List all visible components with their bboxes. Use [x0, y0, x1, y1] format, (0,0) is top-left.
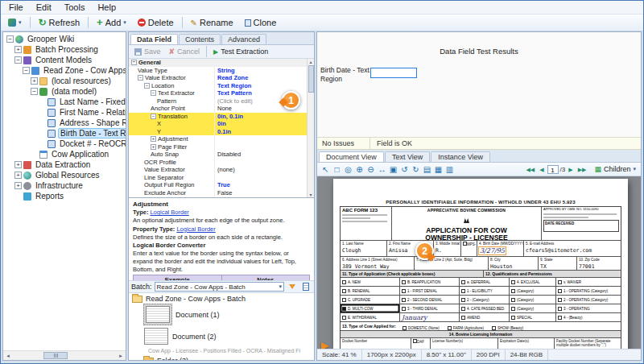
last-page-button[interactable]: ▶▶	[576, 163, 588, 176]
tree-item-cow-application[interactable]: Cow Application	[3, 149, 126, 159]
batch-item-read-zone-cow-apps-batch[interactable]: Read Zone - Cow Apps - Batch	[129, 293, 314, 304]
property-row-line-separator[interactable]: Line Separator	[129, 174, 307, 182]
property-row-x[interactable]: X0in	[129, 120, 307, 128]
children-selector[interactable]: ▦ Children ▾	[594, 165, 636, 173]
open-batch-button[interactable]	[300, 282, 312, 292]
tree-item-docket-reocr-zone[interactable]: Docket # - ReOCR Zone	[3, 139, 126, 149]
fit-page-icon[interactable]: ▣	[388, 163, 398, 176]
scrollbar-thumb[interactable]	[43, 352, 68, 359]
rotate-right-icon[interactable]: ↻	[411, 163, 421, 176]
tab-advanced[interactable]: Advanced	[221, 34, 266, 44]
property-row-output-full-region[interactable]: Output Full RegionTrue	[129, 181, 307, 189]
tree-item-data-extraction[interactable]: +Data Extraction	[3, 159, 126, 170]
document-viewport[interactable]: PERSONALLY IDENTIFIABLE INFORMATION - WI…	[317, 176, 641, 349]
previous-page-button[interactable]: ◀	[538, 163, 545, 176]
tab-contents[interactable]: Contents	[179, 34, 221, 44]
property-row-ocr-profile[interactable]: OCR Profile	[129, 159, 307, 167]
collapse-icon[interactable]: −	[138, 75, 143, 81]
batch-selector[interactable]: Read Zone - Cow Apps - Batch ▾	[155, 282, 284, 292]
pointer-icon[interactable]: ↖	[320, 163, 331, 176]
scrollbar-thumb[interactable]	[308, 65, 314, 93]
logical-border-link[interactable]: Logical Border	[150, 209, 188, 216]
tree-item-batch-processing[interactable]: +Batch Processing	[3, 44, 126, 55]
tree-item-content-models[interactable]: −Content Models	[3, 55, 126, 65]
menu-help[interactable]: Help	[91, 2, 122, 13]
collapse-icon[interactable]: −	[23, 67, 30, 74]
tree-item-address-shape-region[interactable]: Address - Shape Region	[3, 118, 126, 128]
logical-border-link[interactable]: Logical Border	[176, 225, 215, 233]
app-menu-button[interactable]: ▾	[3, 17, 27, 28]
expand-icon[interactable]: +	[14, 182, 22, 189]
property-row-value-extractor[interactable]: −Value ExtractorRead Zone	[129, 74, 307, 82]
expand-icon[interactable]: +	[14, 161, 22, 168]
expand-icon[interactable]: +	[14, 172, 22, 179]
batch-item-folder-3[interactable]: Folder (3)	[129, 355, 314, 360]
first-page-button[interactable]: ◀◀	[524, 163, 536, 176]
horizontal-scrollbar[interactable]: ◂ ▸	[3, 350, 126, 360]
batch-item-document-1[interactable]: Document (1)	[129, 304, 314, 325]
expand-icon[interactable]: +	[151, 136, 156, 142]
add-button[interactable]: + Add ▾	[92, 16, 131, 29]
batch-item-document-2[interactable]: Document (2)	[129, 325, 314, 347]
property-row-y[interactable]: Y0.1in	[129, 128, 307, 136]
tree-item-first-name-relative-region[interactable]: First Name - Relative Region	[3, 107, 126, 118]
tree-item-read-zone-cow-apps-content-mo[interactable]: −Read Zone - Cow Apps - Content Mo	[3, 65, 126, 76]
collapse-icon[interactable]: −	[131, 60, 137, 65]
property-row-value-type[interactable]: Value TypeString	[129, 67, 307, 75]
collapse-icon[interactable]: −	[31, 88, 38, 95]
property-row-exclude-anchor[interactable]: Exclude AnchorFalse	[129, 189, 307, 197]
annotations-icon[interactable]: ▥	[444, 163, 455, 176]
save-button[interactable]: Save	[131, 48, 164, 56]
delete-button[interactable]: Delete	[133, 16, 179, 29]
menu-tools[interactable]: Tools	[58, 2, 92, 13]
rotate-left-icon[interactable]: ↺	[399, 163, 410, 176]
expand-icon[interactable]: +	[14, 46, 22, 53]
magnifier-icon[interactable]: ◎	[343, 163, 353, 176]
tab-data-field[interactable]: Data Field	[130, 34, 178, 44]
clone-button[interactable]: Clone	[240, 16, 282, 29]
scale-control[interactable]: Scale: 41 %	[317, 350, 362, 360]
birth-date-field-input[interactable]	[370, 68, 417, 78]
test-extraction-button[interactable]: ▶ Test Extraction	[210, 48, 271, 56]
tree-item-reports[interactable]: Reports	[3, 191, 126, 201]
zoom-out-icon[interactable]: ⊖	[365, 163, 376, 176]
collapse-icon[interactable]: −	[14, 56, 22, 64]
tree-item-data-model[interactable]: −(data model)	[3, 86, 126, 97]
collapse-icon[interactable]: −	[151, 90, 156, 96]
property-row-page-filter[interactable]: +Page Filter	[129, 143, 307, 151]
property-row-translation[interactable]: −Translation0in, 0.1in	[129, 113, 307, 121]
fit-width-icon[interactable]: ↔	[377, 163, 387, 176]
ruler-icon[interactable]: ▤	[422, 163, 432, 176]
property-row-general[interactable]: −General	[129, 59, 307, 67]
tab-text-view[interactable]: Text View	[385, 151, 430, 162]
menu-edit[interactable]: Edit	[30, 2, 58, 13]
scrollbar-track[interactable]	[13, 351, 116, 360]
next-page-button[interactable]: ▶	[567, 163, 574, 176]
tab-document-view[interactable]: Document View	[319, 151, 384, 162]
property-row-location[interactable]: −LocationText Region	[129, 82, 307, 90]
expand-icon[interactable]: +	[151, 144, 156, 150]
vertical-scrollbar[interactable]: ▴ ▾	[307, 59, 314, 197]
thumbnails-icon[interactable]: ▦	[433, 163, 444, 176]
refresh-button[interactable]: ↻ Refresh	[34, 16, 85, 29]
tree-item-birth-date-text-region[interactable]: Birth Date - Text Region	[3, 128, 126, 139]
collapse-icon[interactable]: −	[6, 35, 14, 43]
document-thumbnail[interactable]	[143, 327, 169, 345]
property-row-value-extractor[interactable]: Value Extractor(none)	[129, 166, 307, 174]
scroll-left-icon[interactable]: ◂	[3, 353, 13, 359]
expand-icon[interactable]: +	[31, 77, 38, 85]
cancel-button[interactable]: ✘ Cancel	[166, 48, 204, 56]
property-row-auto-snap[interactable]: Auto SnapDisabled	[129, 151, 307, 159]
scroll-down-icon[interactable]: ▾	[309, 192, 312, 197]
tree-item-infrastructure[interactable]: +Infrastructure	[3, 180, 126, 191]
tree-item-global-resources[interactable]: +Global Resources	[3, 170, 126, 180]
scroll-up-icon[interactable]: ▴	[309, 59, 312, 64]
collapse-icon[interactable]: −	[144, 83, 150, 89]
rename-button[interactable]: ✎ Rename	[186, 16, 238, 29]
zoom-in-icon[interactable]: ⊕	[354, 163, 365, 176]
property-row-anchor-point[interactable]: Anchor PointNone	[129, 105, 307, 113]
tab-instance-view[interactable]: Instance View	[431, 151, 490, 162]
property-row-adjustment[interactable]: +Adjustment	[129, 135, 307, 143]
scroll-right-icon[interactable]: ▸	[116, 353, 126, 359]
property-row-text-extractor[interactable]: −Text ExtractorText Pattern	[129, 89, 307, 97]
